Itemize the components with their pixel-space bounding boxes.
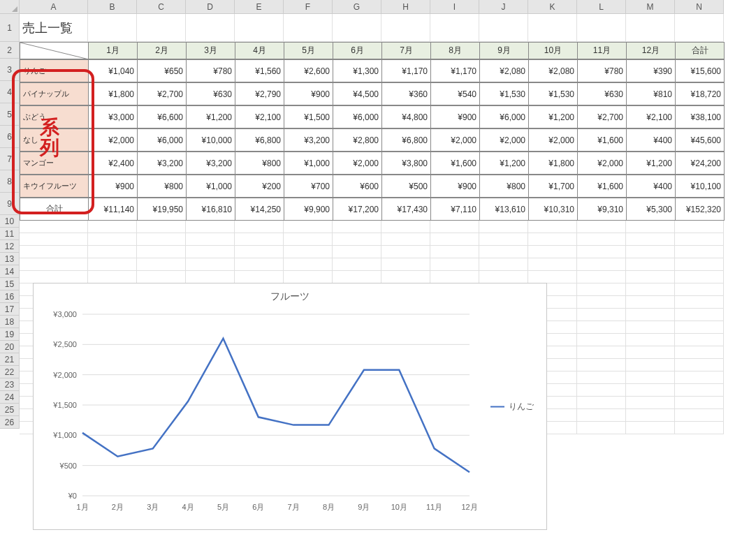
value-cell[interactable]: ¥1,800	[529, 152, 578, 175]
value-cell[interactable]: ¥630	[578, 83, 627, 105]
cell[interactable]	[626, 334, 675, 346]
cell[interactable]	[675, 296, 724, 309]
cell[interactable]	[137, 258, 186, 271]
cell[interactable]	[381, 14, 430, 42]
cell[interactable]	[430, 14, 479, 42]
col-header-F[interactable]: F	[284, 0, 333, 14]
cell[interactable]	[577, 321, 626, 334]
col-header-I[interactable]: I	[430, 0, 479, 14]
cell[interactable]	[186, 271, 235, 283]
cell[interactable]	[626, 346, 675, 359]
month-header[interactable]: 7月	[382, 43, 431, 59]
row-header-10[interactable]: 10	[0, 215, 20, 228]
cell[interactable]	[333, 258, 381, 271]
value-cell[interactable]: ¥3,000	[89, 106, 138, 128]
value-cell[interactable]: ¥2,000	[333, 152, 382, 175]
cell[interactable]	[626, 397, 675, 409]
value-cell[interactable]: ¥900	[431, 106, 480, 128]
value-cell[interactable]: ¥4,800	[382, 106, 431, 128]
cell[interactable]	[675, 397, 724, 409]
cell[interactable]	[20, 246, 88, 258]
cell[interactable]	[88, 271, 137, 283]
col-sum-cell[interactable]: ¥7,110	[431, 198, 480, 221]
value-cell[interactable]: ¥6,800	[382, 129, 431, 152]
value-cell[interactable]: ¥2,700	[578, 106, 627, 128]
cell[interactable]	[333, 14, 381, 42]
cell[interactable]	[88, 246, 137, 258]
cell[interactable]	[675, 371, 724, 384]
cell[interactable]	[626, 422, 675, 434]
cell[interactable]	[381, 221, 430, 233]
cell[interactable]	[675, 422, 724, 434]
value-cell[interactable]: ¥2,080	[480, 60, 529, 82]
value-cell[interactable]: ¥2,100	[627, 106, 676, 128]
value-cell[interactable]: ¥1,800	[89, 83, 138, 105]
row-header-15[interactable]: 15	[0, 278, 20, 290]
value-cell[interactable]: ¥1,700	[529, 175, 578, 198]
cell[interactable]	[577, 334, 626, 346]
value-cell[interactable]: ¥800	[138, 175, 187, 198]
row-header-22[interactable]: 22	[0, 366, 20, 378]
col-header-B[interactable]: B	[88, 0, 137, 14]
cell[interactable]	[333, 221, 381, 233]
cell[interactable]	[626, 271, 675, 283]
value-cell[interactable]: ¥1,600	[431, 152, 480, 175]
product-name-cell[interactable]: なし	[20, 129, 89, 152]
col-sum-cell[interactable]: ¥13,610	[480, 198, 529, 221]
value-cell[interactable]: ¥810	[627, 83, 676, 105]
value-cell[interactable]: ¥1,500	[284, 106, 333, 128]
row-total-cell[interactable]: ¥38,100	[676, 106, 725, 128]
cell[interactable]	[626, 14, 675, 42]
row-header-3[interactable]: 3	[0, 59, 20, 81]
cell[interactable]	[235, 233, 284, 246]
month-header[interactable]: 5月	[284, 43, 333, 59]
cell[interactable]	[479, 14, 528, 42]
col-sum-cell[interactable]: ¥11,140	[89, 198, 138, 221]
value-cell[interactable]: ¥1,000	[284, 152, 333, 175]
cell[interactable]	[626, 283, 675, 296]
value-cell[interactable]: ¥700	[284, 175, 333, 198]
value-cell[interactable]: ¥360	[382, 83, 431, 105]
col-sum-cell[interactable]: ¥19,950	[138, 198, 187, 221]
cell[interactable]	[577, 221, 626, 233]
cell[interactable]	[137, 221, 186, 233]
cell[interactable]	[186, 14, 235, 42]
value-cell[interactable]: ¥3,800	[382, 152, 431, 175]
value-cell[interactable]: ¥6,000	[480, 106, 529, 128]
value-cell[interactable]: ¥6,000	[333, 106, 382, 128]
cell[interactable]	[577, 371, 626, 384]
value-cell[interactable]: ¥2,600	[284, 60, 333, 82]
cell[interactable]	[528, 246, 577, 258]
cell[interactable]	[675, 246, 724, 258]
month-header[interactable]: 2月	[138, 43, 187, 59]
product-name-cell[interactable]: マンゴー	[20, 152, 89, 175]
cell[interactable]	[284, 258, 333, 271]
value-cell[interactable]: ¥900	[284, 83, 333, 105]
cell[interactable]	[577, 422, 626, 434]
col-header-J[interactable]: J	[479, 0, 528, 14]
cell[interactable]	[88, 258, 137, 271]
month-header[interactable]: 8月	[431, 43, 480, 59]
row-total-cell[interactable]: ¥24,200	[676, 152, 725, 175]
value-cell[interactable]: ¥390	[627, 60, 676, 82]
value-cell[interactable]: ¥200	[235, 175, 284, 198]
cell[interactable]	[284, 246, 333, 258]
row-total-cell[interactable]: ¥15,600	[676, 60, 725, 82]
cell[interactable]	[675, 321, 724, 334]
col-header-A[interactable]: A	[20, 0, 88, 14]
cell[interactable]	[137, 233, 186, 246]
col-header-M[interactable]: M	[626, 0, 675, 14]
value-cell[interactable]: ¥1,200	[627, 152, 676, 175]
totals-label-cell[interactable]: 合計	[20, 198, 89, 221]
month-header[interactable]: 3月	[187, 43, 235, 59]
cell[interactable]	[626, 359, 675, 371]
cell[interactable]	[675, 221, 724, 233]
cell[interactable]	[626, 371, 675, 384]
month-header[interactable]: 1月	[89, 43, 138, 59]
col-header-K[interactable]: K	[528, 0, 577, 14]
cell[interactable]	[186, 221, 235, 233]
product-name-cell[interactable]: パイナップル	[20, 83, 89, 105]
value-cell[interactable]: ¥1,300	[333, 60, 382, 82]
row-header-14[interactable]: 14	[0, 265, 20, 278]
cell[interactable]	[88, 233, 137, 246]
